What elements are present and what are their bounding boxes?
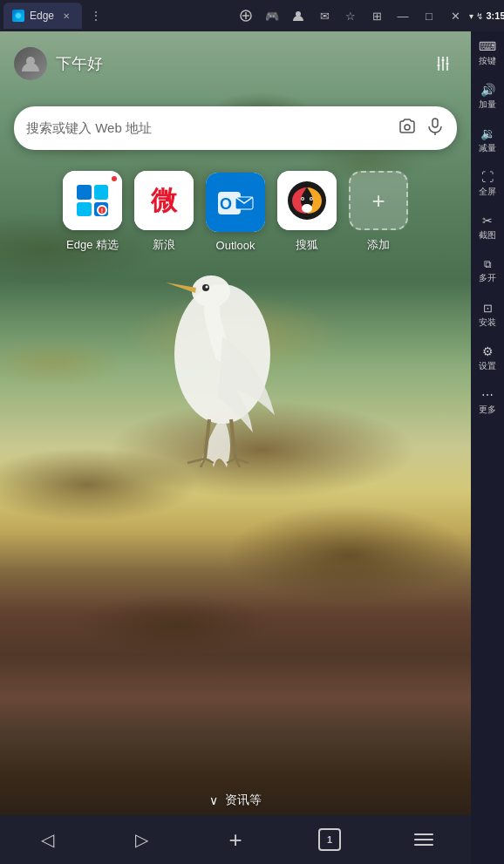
volume-down-button[interactable]: 🔉 减量 bbox=[471, 119, 504, 162]
shortcuts-label: 按键 bbox=[479, 55, 496, 67]
tabs-count-badge: 1 bbox=[318, 828, 341, 851]
greeting-text: 下午好 bbox=[56, 53, 103, 74]
hamburger-menu-icon bbox=[414, 833, 433, 846]
install-icon: ⊡ bbox=[483, 302, 493, 315]
quick-link-edge-picks[interactable]: ! Edge 精选 bbox=[63, 171, 122, 253]
back-button[interactable]: ◁ bbox=[25, 818, 69, 861]
install-label: 安装 bbox=[479, 316, 496, 329]
svg-point-9 bbox=[442, 59, 445, 62]
new-tab-button[interactable]: + bbox=[214, 818, 257, 861]
browser-content: 下午好 搜索或键入 Web 地址 bbox=[0, 31, 471, 864]
volume-down-label: 减量 bbox=[479, 142, 496, 154]
sina-icon: 微 bbox=[134, 171, 194, 230]
install-button[interactable]: ⊡ 安装 bbox=[471, 293, 504, 337]
tab-title: Edge bbox=[30, 10, 54, 22]
wifi-icon: ▾ bbox=[469, 11, 473, 21]
search-bar[interactable]: 搜索或键入 Web 地址 bbox=[14, 106, 457, 150]
volume-up-label: 加量 bbox=[479, 99, 496, 111]
collections-icon[interactable]: ⊞ bbox=[364, 3, 389, 28]
quick-link-outlook[interactable]: O Outlook bbox=[206, 173, 265, 252]
tab-favicon bbox=[12, 10, 24, 22]
screenshot-label: 截图 bbox=[479, 229, 496, 242]
add-icon: + bbox=[349, 171, 408, 230]
mail-icon[interactable]: ✉ bbox=[312, 3, 337, 28]
volume-up-button[interactable]: 🔊 加量 bbox=[471, 75, 504, 119]
sougou-label: 搜狐 bbox=[296, 237, 318, 253]
svg-text:O: O bbox=[220, 195, 232, 213]
svg-point-25 bbox=[302, 204, 312, 213]
multi-window-icon: ⧉ bbox=[484, 258, 492, 270]
add-tab-icon: + bbox=[228, 827, 242, 854]
svg-point-28 bbox=[302, 198, 303, 200]
avatar[interactable] bbox=[14, 47, 47, 80]
tab-area: Edge ✕ ⋮ bbox=[0, 0, 234, 31]
volume-down-icon: 🔉 bbox=[480, 126, 495, 140]
quick-links: ! Edge 精选 微 新浪 bbox=[0, 150, 471, 253]
microphone-icon[interactable] bbox=[426, 117, 445, 140]
minimize-button[interactable]: — bbox=[391, 3, 415, 28]
volume-up-icon: 🔊 bbox=[480, 83, 495, 97]
signal-icon: ↯ bbox=[476, 11, 483, 21]
news-bar[interactable]: ∨ 资讯等 bbox=[0, 786, 471, 815]
sina-label: 新浪 bbox=[153, 237, 175, 253]
screenshot-button[interactable]: ✂ 截图 bbox=[471, 206, 504, 249]
search-area: 搜索或键入 Web 地址 bbox=[0, 80, 471, 150]
sougou-icon bbox=[277, 171, 337, 230]
forward-button[interactable]: ▷ bbox=[119, 818, 163, 861]
time-display: 3:15 bbox=[486, 10, 504, 21]
svg-point-18 bbox=[405, 125, 410, 130]
title-bar: Edge ✕ ⋮ 🎮 ✉ ☆ ⊞ — □ ✕ bbox=[0, 0, 471, 31]
more-button[interactable]: ⋯ 更多 bbox=[471, 380, 504, 424]
active-tab[interactable]: Edge ✕ bbox=[3, 3, 82, 29]
browser-area: 下午好 搜索或键入 Web 地址 bbox=[0, 31, 471, 864]
multi-window-label: 多开 bbox=[479, 272, 496, 284]
tabs-button[interactable]: 1 bbox=[308, 818, 351, 861]
outlook-icon: O bbox=[206, 173, 265, 232]
news-chevron-icon: ∨ bbox=[209, 793, 218, 807]
tab-close-button[interactable]: ✕ bbox=[59, 9, 73, 23]
multi-window-button[interactable]: ⧉ 多开 bbox=[471, 249, 504, 293]
quick-link-sina[interactable]: 微 新浪 bbox=[134, 171, 194, 253]
maximize-button[interactable]: □ bbox=[417, 3, 441, 28]
title-bar-controls: 🎮 ✉ ☆ ⊞ — □ ✕ bbox=[234, 3, 467, 28]
greeting-area: 下午好 bbox=[0, 31, 471, 80]
fullscreen-label: 全屏 bbox=[479, 186, 496, 198]
settings-button[interactable]: ⚙ 设置 bbox=[471, 337, 504, 380]
settings-icon: ⚙ bbox=[482, 344, 494, 358]
menu-button[interactable] bbox=[402, 818, 446, 861]
back-icon: ◁ bbox=[41, 829, 54, 850]
forward-icon: ▷ bbox=[135, 829, 148, 850]
news-bar-text: 资讯等 bbox=[225, 793, 262, 808]
more-icon: ⋯ bbox=[481, 388, 494, 402]
scissors-icon: ✂ bbox=[482, 214, 493, 228]
status-bar-right: ▾ ↯ 3:15 bbox=[471, 0, 504, 31]
close-button[interactable]: ✕ bbox=[443, 3, 467, 28]
svg-point-12 bbox=[438, 65, 440, 67]
outlook-label: Outlook bbox=[216, 239, 255, 252]
settings-label: 设置 bbox=[479, 360, 496, 372]
svg-point-29 bbox=[310, 198, 312, 200]
profile-section: 下午好 bbox=[14, 47, 103, 80]
tab-more-button[interactable]: ⋮ bbox=[85, 5, 106, 26]
svg-rect-19 bbox=[432, 119, 438, 127]
more-label: 更多 bbox=[479, 404, 496, 416]
camera-search-icon[interactable] bbox=[398, 117, 417, 140]
tabs-count: 1 bbox=[327, 834, 332, 845]
favorites-icon[interactable]: ☆ bbox=[338, 3, 363, 28]
profile-icon[interactable] bbox=[286, 3, 310, 28]
edge-picks-label: Edge 精选 bbox=[66, 237, 119, 253]
extension-icon[interactable] bbox=[234, 3, 258, 28]
game-icon[interactable]: 🎮 bbox=[260, 3, 284, 28]
shortcuts-button[interactable]: ⌨ 按键 bbox=[471, 31, 504, 75]
right-panel: ▾ ↯ 3:15 ⌨ 按键 🔊 加量 🔉 减量 ⛶ 全屏 ✂ 截图 ⧉ 多开 ⊡… bbox=[471, 0, 504, 864]
fullscreen-button[interactable]: ⛶ 全屏 bbox=[471, 162, 504, 206]
edge-picks-icon: ! bbox=[63, 171, 122, 230]
customize-button[interactable] bbox=[429, 50, 457, 78]
quick-link-sougou[interactable]: 搜狐 bbox=[277, 171, 337, 253]
bottom-nav: ◁ ▷ + 1 bbox=[0, 815, 471, 864]
add-label: 添加 bbox=[367, 237, 390, 253]
svg-point-15 bbox=[446, 63, 449, 65]
keyboard-icon: ⌨ bbox=[479, 39, 496, 53]
search-placeholder: 搜索或键入 Web 地址 bbox=[26, 120, 389, 137]
quick-link-add[interactable]: + 添加 bbox=[349, 171, 408, 253]
